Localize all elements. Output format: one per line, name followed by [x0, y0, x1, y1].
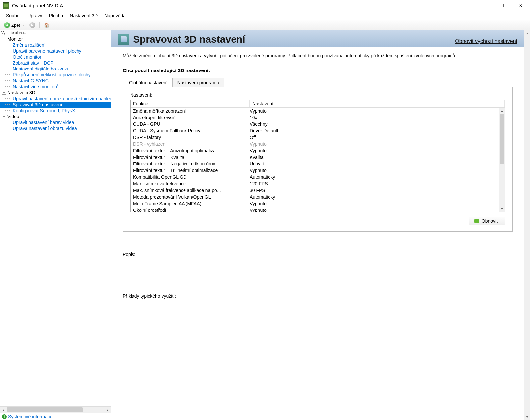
- settings-value[interactable]: Vypnuto: [250, 200, 502, 207]
- tree-item[interactable]: Nastavit G-SYNC: [0, 78, 111, 84]
- tree-item[interactable]: Nastavení digitálního zvuku: [0, 66, 111, 72]
- settings-value[interactable]: Uchytit: [250, 161, 502, 167]
- tree-item[interactable]: Zobrazit stav HDCP: [0, 60, 111, 66]
- tab-global[interactable]: Globální nastavení: [124, 78, 173, 87]
- sidebar-horizontal-scrollbar[interactable]: ◄ ►: [0, 406, 111, 413]
- tab-program[interactable]: Nastavení programu: [172, 78, 224, 87]
- sidebar-header: Vyberte úlohu...: [0, 30, 111, 35]
- settings-row[interactable]: DSR - vyhlazeníVypnuto: [131, 141, 505, 147]
- scroll-up-button[interactable]: ▲: [499, 108, 505, 114]
- close-button[interactable]: ✕: [513, 1, 529, 11]
- settings-value[interactable]: Vypnuto: [250, 167, 502, 174]
- scroll-track[interactable]: [7, 407, 104, 413]
- scroll-thumb[interactable]: [7, 407, 83, 412]
- tree-category[interactable]: −Video: [0, 114, 111, 119]
- scroll-thumb[interactable]: [500, 114, 504, 164]
- menu-edit[interactable]: Úpravy: [24, 12, 45, 19]
- scroll-up-button[interactable]: ▲: [524, 30, 530, 36]
- settings-value[interactable]: Automaticky: [250, 194, 502, 200]
- column-setting[interactable]: Nastavení: [250, 100, 505, 107]
- menu-help[interactable]: Nápověda: [101, 12, 129, 19]
- settings-feature: Kompatibilita OpenGL GDI: [133, 174, 250, 180]
- back-button[interactable]: ◄ Zpět ▼: [2, 22, 26, 29]
- settings-feature: Filtrování textur – Anizotropní optimali…: [133, 147, 250, 154]
- settings-row[interactable]: Filtrování textur – Trilineární optimali…: [131, 167, 505, 174]
- scroll-down-button[interactable]: ▼: [499, 206, 505, 212]
- tab-panel-global: Nastavení: Funkce Nastavení Změna měřítk…: [123, 87, 513, 232]
- tree-item[interactable]: Změna rozlišení: [0, 42, 111, 48]
- tree-item[interactable]: Otočit monitor: [0, 54, 111, 60]
- settings-value[interactable]: 16x: [250, 114, 502, 121]
- tree-category[interactable]: −Monitor: [0, 36, 111, 42]
- settings-value[interactable]: Vypnuto: [250, 207, 502, 212]
- settings-value[interactable]: Automaticky: [250, 174, 502, 180]
- settings-feature: CUDA - GPU: [133, 121, 250, 127]
- tree-collapse-icon[interactable]: −: [2, 115, 6, 118]
- settings-row[interactable]: Změna měřítka zobrazeníVypnuto: [131, 108, 505, 114]
- scroll-left-button[interactable]: ◄: [0, 407, 7, 413]
- restore-defaults-link[interactable]: Obnovit výchozí nastavení: [455, 38, 517, 44]
- home-button[interactable]: 🏠: [42, 22, 52, 29]
- settings-value[interactable]: Vypnuto: [250, 108, 502, 114]
- titlebar: Ovládací panel NVIDIA ─ ☐ ✕: [0, 0, 530, 11]
- tree-collapse-icon[interactable]: −: [2, 37, 6, 41]
- tree-item[interactable]: Konfigurovat Surround, PhysX: [0, 108, 111, 114]
- menu-desktop[interactable]: Plocha: [46, 12, 67, 19]
- tree-item[interactable]: Nastavit více monitorů: [0, 84, 111, 90]
- settings-value[interactable]: Driver Default: [250, 127, 502, 134]
- settings-value[interactable]: 30 FPS: [250, 187, 502, 194]
- settings-row[interactable]: Filtrování textur – Anizotropní optimali…: [131, 147, 505, 154]
- settings-value[interactable]: Off: [250, 134, 502, 141]
- settings-value[interactable]: Všechny: [250, 121, 502, 127]
- settings-row[interactable]: Max. snímková frekvence120 FPS: [131, 180, 505, 187]
- scroll-right-button[interactable]: ►: [104, 407, 111, 413]
- settings-row[interactable]: Multi-Frame Sampled AA (MFAA)Vypnuto: [131, 200, 505, 207]
- system-info-link[interactable]: Systémové informace: [8, 414, 53, 419]
- task-tree[interactable]: −MonitorZměna rozlišeníUpravit barevné n…: [0, 35, 111, 406]
- content-vertical-scrollbar[interactable]: ▲ ▼: [524, 30, 530, 420]
- settings-value[interactable]: Vypnuto: [250, 147, 502, 154]
- tree-item[interactable]: Úprava nastavení obrazu videa: [0, 125, 111, 131]
- page-title: Spravovat 3D nastavení: [133, 34, 245, 45]
- settings-row[interactable]: Filtrování textur – Negativní odklon úro…: [131, 161, 505, 167]
- maximize-button[interactable]: ☐: [497, 1, 513, 11]
- tree-collapse-icon[interactable]: −: [2, 91, 6, 95]
- tree-category[interactable]: −Nastavení 3D: [0, 90, 111, 96]
- tree-category-label: Nastavení 3D: [7, 90, 35, 95]
- settings-grid[interactable]: Funkce Nastavení Změna měřítka zobrazení…: [130, 100, 505, 212]
- toolbar-separator: [39, 22, 40, 28]
- window-title: Ovládací panel NVIDIA: [12, 3, 481, 8]
- settings-value[interactable]: Vypnuto: [250, 141, 502, 147]
- settings-row[interactable]: CUDA - Sysmem Fallback PolicyDriver Defa…: [131, 127, 505, 134]
- scroll-track[interactable]: [499, 114, 505, 206]
- settings-value[interactable]: 120 FPS: [250, 180, 502, 187]
- menu-file[interactable]: Soubor: [3, 12, 24, 19]
- settings-row[interactable]: Kompatibilita OpenGL GDIAutomaticky: [131, 174, 505, 180]
- grid-vertical-scrollbar[interactable]: ▲ ▼: [499, 108, 505, 212]
- settings-row[interactable]: Anizotropní filtrování16x: [131, 114, 505, 121]
- menu-3d[interactable]: Nastavení 3D: [66, 12, 101, 19]
- settings-feature: Filtrování textur – Kvalita: [133, 154, 250, 161]
- settings-row[interactable]: Okolní prostředíVypnuto: [131, 207, 505, 212]
- home-icon: 🏠: [44, 22, 50, 28]
- tree-item[interactable]: Přizpůsobení velikosti a pozice plochy: [0, 72, 111, 78]
- content-pane: Spravovat 3D nastavení Obnovit výchozí n…: [111, 30, 530, 420]
- settings-value[interactable]: Kvalita: [250, 154, 502, 161]
- column-feature[interactable]: Funkce: [131, 100, 250, 107]
- tree-item[interactable]: Spravovat 3D nastavení: [0, 102, 111, 108]
- settings-feature: Max. snímková frekvence aplikace na po..…: [133, 187, 250, 194]
- settings-row[interactable]: Filtrování textur – KvalitaKvalita: [131, 154, 505, 161]
- settings-row[interactable]: Max. snímková frekvence aplikace na po..…: [131, 187, 505, 194]
- settings-row[interactable]: DSR - faktoryOff: [131, 134, 505, 141]
- forward-button[interactable]: ►: [27, 22, 37, 29]
- scroll-track[interactable]: [524, 36, 530, 414]
- minimize-button[interactable]: ─: [481, 1, 497, 11]
- settings-row[interactable]: Metoda prezentování Vulkan/OpenGLAutomat…: [131, 194, 505, 200]
- restore-button[interactable]: Obnovit: [469, 217, 505, 225]
- scroll-down-button[interactable]: ▼: [524, 414, 530, 420]
- tree-item[interactable]: Upravit nastavení barev videa: [0, 119, 111, 125]
- tree-category-label: Monitor: [7, 36, 23, 42]
- tree-item[interactable]: Upravit barevné nastavení plochy: [0, 48, 111, 54]
- tree-item[interactable]: Upravit nastavení obrazu prostřednictvím…: [0, 96, 111, 102]
- settings-row[interactable]: CUDA - GPUVšechny: [131, 121, 505, 127]
